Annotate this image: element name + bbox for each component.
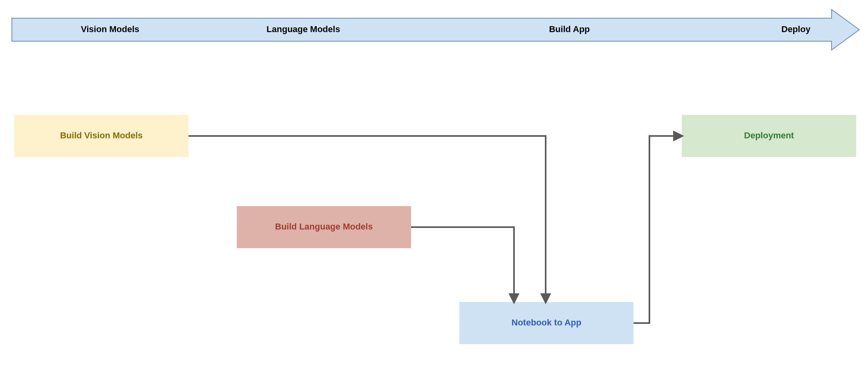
connector-app-to-deploy [634, 136, 682, 323]
timeline-stage-language: Language Models [266, 24, 340, 34]
box-language: Build Language Models [237, 206, 411, 248]
pipeline-diagram: Vision ModelsLanguage ModelsBuild AppDep… [0, 0, 868, 375]
connector-language-to-app [411, 227, 514, 302]
timeline-stage-vision: Vision Models [81, 24, 139, 34]
box-app-label: Notebook to App [512, 318, 581, 327]
box-deploy-label: Deployment [744, 130, 794, 140]
timeline-bar: Vision ModelsLanguage ModelsBuild AppDep… [12, 10, 859, 50]
box-app: Notebook to App [459, 302, 634, 344]
box-language-label: Build Language Models [275, 222, 373, 232]
timeline-stage-deploy: Deploy [781, 24, 811, 34]
box-vision: Build Vision Models [14, 115, 188, 157]
box-vision-label: Build Vision Models [60, 130, 143, 140]
box-deploy: Deployment [682, 115, 856, 157]
timeline-stage-build: Build App [549, 24, 590, 34]
